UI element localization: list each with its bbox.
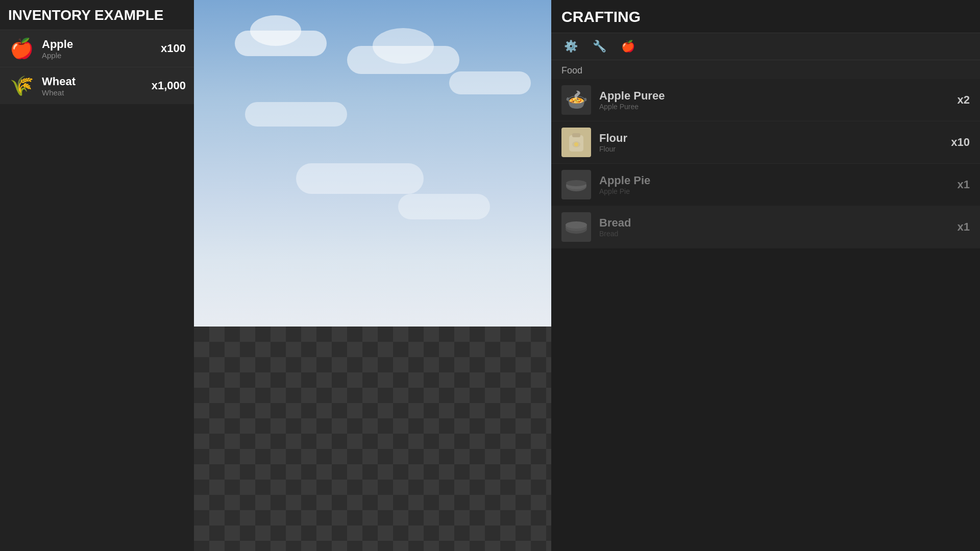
- apple-puree-icon: 🍲: [561, 85, 591, 115]
- cloud-3: [449, 71, 531, 94]
- flour-icon: [561, 128, 591, 157]
- bread-name: Bread: [599, 216, 958, 230]
- crafting-item-flour[interactable]: Flour Flour x10: [551, 121, 980, 164]
- all-category-icon[interactable]: ⚙️: [561, 37, 580, 56]
- ground-tile: [194, 327, 551, 551]
- apple-pie-name: Apple Pie: [599, 174, 958, 187]
- apple-puree-count: x2: [958, 93, 970, 107]
- apple-pie-count: x1: [958, 178, 970, 191]
- wheat-icon: 🌾: [8, 72, 35, 99]
- flour-subname: Flour: [599, 145, 951, 153]
- flour-sack-svg: [567, 131, 585, 154]
- cloud-2: [347, 46, 459, 74]
- inventory-item-wheat[interactable]: 🌾 Wheat Wheat x1,000: [0, 67, 194, 104]
- svg-point-9: [566, 221, 587, 229]
- apple-name: Apple: [42, 38, 161, 51]
- cloud-5: [296, 163, 424, 194]
- apple-pie-svg: [565, 177, 587, 192]
- flour-count: x10: [951, 136, 970, 149]
- game-viewport: [194, 0, 551, 551]
- wheat-count: x1,000: [152, 79, 186, 92]
- cloud-4: [245, 102, 347, 127]
- flour-name: Flour: [599, 132, 951, 145]
- bread-count: x1: [958, 220, 970, 234]
- apple-subname: Apple: [42, 51, 161, 60]
- wheat-name: Wheat: [42, 75, 152, 88]
- apple-count: x100: [161, 42, 186, 55]
- apple-icon: 🍎: [8, 35, 35, 62]
- crafting-panel: CRAFTING ⚙️ 🔧 🍎 Food 🍲 Apple Puree Apple…: [551, 0, 980, 551]
- ground-area: [194, 327, 551, 551]
- category-icons: ⚙️ 🔧 🍎: [551, 33, 980, 60]
- bread-svg: [565, 220, 588, 234]
- svg-rect-1: [572, 133, 580, 137]
- svg-point-6: [566, 180, 586, 186]
- cloud-1: [235, 31, 327, 56]
- cloud-6: [398, 194, 490, 219]
- crafting-title: CRAFTING: [551, 0, 980, 33]
- inventory-panel: INVENTORY EXAMPLE 🍎 Apple Apple x100 🌾 W…: [0, 0, 194, 551]
- sky-area: [194, 0, 551, 327]
- svg-point-3: [574, 142, 578, 146]
- crafting-item-apple-puree[interactable]: 🍲 Apple Puree Apple Puree x2: [551, 79, 980, 121]
- bread-subname: Bread: [599, 230, 958, 238]
- crafting-item-apple-pie[interactable]: Apple Pie Apple Pie x1: [551, 164, 980, 206]
- apple-puree-name: Apple Puree: [599, 89, 958, 103]
- tools-category-icon[interactable]: 🔧: [590, 37, 608, 56]
- inventory-item-apple[interactable]: 🍎 Apple Apple x100: [0, 30, 194, 67]
- bread-icon: [561, 212, 591, 242]
- apple-pie-subname: Apple Pie: [599, 187, 958, 195]
- inventory-title: INVENTORY EXAMPLE: [0, 0, 194, 30]
- food-section-label: Food: [551, 60, 980, 79]
- wheat-subname: Wheat: [42, 88, 152, 97]
- food-category-icon[interactable]: 🍎: [619, 37, 637, 56]
- apple-pie-icon: [561, 170, 591, 199]
- crafting-item-bread[interactable]: Bread Bread x1: [551, 206, 980, 248]
- apple-puree-subname: Apple Puree: [599, 103, 958, 111]
